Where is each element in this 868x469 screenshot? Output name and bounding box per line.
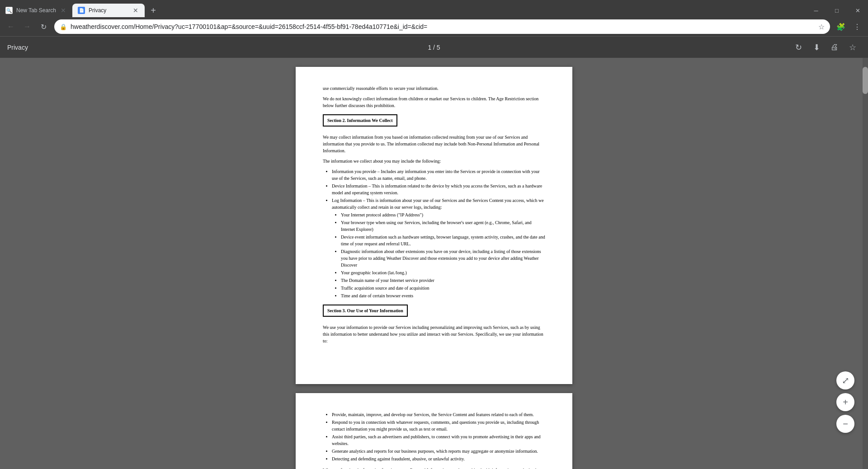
list-item: Your geographic location (lat./long.) (341, 269, 545, 276)
section2-heading: Section 2. Information We Collect (323, 114, 397, 127)
list-item: Detecting and defending against fraudule… (332, 455, 545, 462)
section2-intro1: We may collect information from you base… (323, 134, 545, 154)
section3-heading: Section 3. Our Use of Your Information (323, 305, 408, 317)
pdf-bookmark-button[interactable]: ☆ (844, 39, 861, 56)
pdf-pages: use commercially reasonable efforts to s… (296, 67, 572, 469)
pdf-print-button[interactable]: 🖨 (826, 39, 843, 56)
list-item: Diagnostic information about other exten… (341, 248, 545, 268)
address-bar-row: ← → ↻ 🔒 hweatherdiscover.com/Home/Privac… (0, 17, 868, 36)
section2-bullets: Information you provide – Includes any i… (332, 168, 545, 299)
list-item: Respond to you in connection with whatev… (332, 419, 545, 432)
pdf-content-area: use commercially reasonable efforts to s… (0, 58, 868, 469)
tab-title-1: New Tab Search (16, 7, 56, 14)
pdf-title: Privacy (7, 44, 790, 51)
tab-close-1[interactable]: ✕ (60, 7, 67, 14)
close-button[interactable]: ✕ (847, 4, 868, 17)
list-item: Log Information – This is information ab… (332, 197, 545, 299)
pdf-refresh-button[interactable]: ↻ (790, 39, 807, 56)
pdf-page-1: use commercially reasonable efforts to s… (296, 67, 572, 384)
zoom-out-button[interactable]: − (836, 415, 854, 433)
top-text-1: use commercially reasonable efforts to s… (323, 85, 545, 92)
scrollbar[interactable] (863, 58, 868, 469)
menu-button[interactable]: ⋮ (850, 19, 864, 34)
tab-close-2[interactable]: ✕ (132, 7, 139, 14)
zoom-controls: ⤢ + − (836, 371, 854, 433)
forward-button[interactable]: → (20, 19, 34, 34)
tab-bar: 🔍 New Tab Search ✕ 📄 Privacy ✕ + ─ □ ✕ (0, 0, 868, 17)
page2-bullets: Provide, maintain, improve, and develop … (332, 411, 545, 462)
zoom-in-button[interactable]: + (836, 393, 854, 411)
new-tab-button[interactable]: + (146, 4, 160, 17)
list-item: Time and date of certain browser events (341, 292, 545, 299)
pdf-actions: ↻ ⬇ 🖨 ☆ (790, 39, 861, 56)
refresh-button[interactable]: ↻ (36, 19, 51, 34)
pdf-download-button[interactable]: ⬇ (808, 39, 825, 56)
minimize-button[interactable]: ─ (806, 4, 826, 17)
list-item: Assist third parties, such as advertiser… (332, 433, 545, 447)
list-item: Information you provide – Includes any i… (332, 168, 545, 182)
list-item: Device event information such as hardwar… (341, 234, 545, 247)
list-item: Your browser type when using our Service… (341, 219, 545, 233)
zoom-expand-button[interactable]: ⤢ (836, 371, 854, 389)
top-text-2: We do not knowingly collect information … (323, 95, 545, 109)
window-controls: ─ □ ✕ (806, 4, 868, 17)
pdf-page-info: 1 / 5 (428, 44, 440, 51)
section2-intro2: The information we collect about you may… (323, 158, 545, 164)
extensions-button[interactable]: 🧩 (834, 19, 848, 34)
tab-privacy[interactable]: 📄 Privacy ✕ (72, 4, 145, 17)
page2-para1: When performing the foregoing functions,… (323, 467, 545, 469)
tab-favicon-2: 📄 (78, 7, 85, 14)
list-item: Provide, maintain, improve, and develop … (332, 411, 545, 418)
bookmark-star-icon[interactable]: ☆ (818, 23, 825, 31)
address-bar[interactable]: 🔒 hweatherdiscover.com/Home/Privacy?uc=1… (54, 19, 830, 34)
list-item: Device Information – This is information… (332, 183, 545, 196)
tab-new-tab-search[interactable]: 🔍 New Tab Search ✕ (0, 4, 72, 17)
pdf-toolbar: Privacy 1 / 5 ↻ ⬇ 🖨 ☆ (0, 36, 868, 58)
list-item: The Domain name of your Internet service… (341, 277, 545, 284)
back-button[interactable]: ← (4, 19, 18, 34)
list-item: Traffic acquisition source and date of a… (341, 285, 545, 291)
url-text: hweatherdiscover.com/Home/Privacy?uc=177… (71, 23, 815, 30)
lock-icon: 🔒 (60, 23, 67, 30)
list-item: Generate analytics and reports for our b… (332, 448, 545, 455)
scrollbar-thumb[interactable] (863, 67, 868, 94)
pdf-page-2: Provide, maintain, improve, and develop … (296, 393, 572, 469)
tab-title-2: Privacy (89, 7, 128, 14)
tab-favicon-1: 🔍 (5, 7, 13, 14)
list-item: Your Internet protocol address ("IP Addr… (341, 211, 545, 218)
section3-intro: We use your information to provide our S… (323, 324, 545, 344)
log-sub-bullets: Your Internet protocol address ("IP Addr… (341, 211, 545, 299)
maximize-button[interactable]: □ (826, 4, 847, 17)
